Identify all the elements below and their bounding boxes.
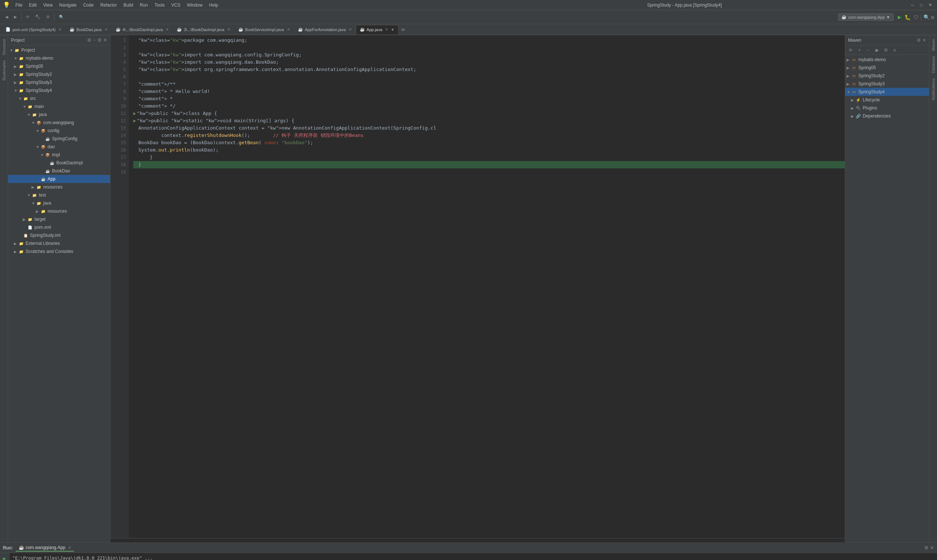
tab-bookdao[interactable]: ☕ BookDao.java ✕ (66, 25, 112, 34)
maven-tree-item[interactable]: ▶mSpringStudy3 (845, 80, 929, 88)
tree-item[interactable]: ▼📁java (8, 111, 110, 118)
close-tab-bookdao[interactable]: ✕ (105, 28, 108, 31)
search-everywhere[interactable]: 🔍 (57, 14, 66, 20)
database-vtab[interactable]: Database (931, 54, 936, 75)
maven-collapse[interactable]: ≡ (891, 46, 899, 54)
bookmarks-tab[interactable]: Bookmarks (1, 58, 7, 83)
menu-run[interactable]: Run (137, 2, 151, 8)
tab-app[interactable]: ☕ App.java ✕ ▼ (356, 25, 399, 34)
project-collapse-icon[interactable]: − (93, 37, 96, 43)
tree-item[interactable]: ▼📦com.wangqiang (8, 118, 110, 127)
tab-bookserviceimpl[interactable]: ☕ BookServiceImpl.java ✕ (234, 25, 294, 34)
rerun-button[interactable]: ▶ (1, 554, 8, 560)
close-tab-bookserviceimpl[interactable]: ✕ (287, 28, 290, 31)
run-close-btn[interactable]: ✕ (930, 545, 934, 551)
maven-tree-item[interactable]: ▶mmybatis-demo (845, 55, 929, 64)
maven-tree-item[interactable]: ▶🔌Plugins (845, 104, 929, 112)
tree-item[interactable]: ☕BookDaoImpl (8, 159, 110, 167)
sync-button[interactable]: ⟳ (24, 14, 31, 20)
run-button[interactable]: ▶ (898, 14, 902, 20)
maven-settings[interactable]: ⚙ (917, 38, 921, 43)
tree-item[interactable]: ▶📁resources (8, 183, 110, 191)
tree-item[interactable]: 📋SpringStudy.iml (8, 231, 110, 239)
menu-build[interactable]: Build (120, 2, 136, 8)
settings-gear[interactable]: ⚙ (931, 14, 934, 20)
tree-item[interactable]: ▶📁SpringStudy3 (8, 78, 110, 86)
maven-refresh[interactable]: ⟳ (846, 46, 855, 54)
close-tab-pom[interactable]: ✕ (58, 28, 62, 31)
tab-appforannotation[interactable]: ☕ AppForAnnotation.java ✕ (294, 25, 356, 34)
code-editor[interactable]: "kw">class="kw">package com.wangqiang;"k… (129, 35, 845, 538)
tree-item[interactable]: ☕BookDao (8, 167, 110, 175)
tab-bookdaoimpl4[interactable]: ☕ 4\...\BookDaoImpl.java ✕ (112, 25, 173, 34)
menu-edit[interactable]: Edit (26, 2, 40, 8)
build-button[interactable]: 🔨 (33, 14, 43, 20)
run-settings-btn[interactable]: ⚙ (924, 545, 929, 551)
tab-bookdaoimpl3[interactable]: ☕ 3\...\BookDaoImpl.java ✕ (173, 25, 234, 34)
menu-help[interactable]: Help (206, 2, 221, 8)
tree-item[interactable]: ▼📁test (8, 191, 110, 199)
search-button[interactable]: 🔍 (923, 14, 930, 20)
maven-run[interactable]: ▶ (873, 46, 881, 54)
menu-window[interactable]: Window (184, 2, 206, 8)
maximize-button[interactable]: □ (917, 2, 925, 8)
menu-view[interactable]: View (40, 2, 55, 8)
minimize-button[interactable]: ─ (908, 2, 917, 8)
tree-item[interactable]: ▼📦config (8, 127, 110, 135)
tree-item[interactable]: ▶📁target (8, 215, 110, 223)
back-button[interactable]: ◀ (3, 14, 10, 20)
project-close-icon[interactable]: ✕ (103, 37, 107, 43)
tree-item[interactable]: ▶📁External Libraries (8, 239, 110, 248)
tree-item[interactable]: ▶📁SpringStudy2 (8, 70, 110, 78)
tree-item[interactable]: ▼📁mybatis-demo (8, 54, 110, 62)
maven-remove[interactable]: − (864, 46, 872, 54)
project-settings-icon[interactable]: ⚙ (97, 37, 102, 43)
maven-tree-item[interactable]: ▶mSpringStudy2 (845, 72, 929, 80)
horizontal-scrollbar[interactable] (111, 538, 845, 542)
notifications-vtab[interactable]: Notifications (931, 76, 936, 103)
close-tab-appforannotation[interactable]: ✕ (349, 28, 352, 31)
tree-item[interactable]: ▼📦dao (8, 143, 110, 151)
structure-tab[interactable]: Structure (1, 37, 7, 57)
tree-item[interactable]: ▶📁resources (8, 207, 110, 215)
menu-navigate[interactable]: Navigate (56, 2, 79, 8)
close-tab-bookdaoimpl3[interactable]: ✕ (227, 28, 230, 31)
tree-item[interactable]: 📄pom.xml (8, 223, 110, 231)
maven-add[interactable]: + (855, 46, 863, 54)
tree-item[interactable]: ▼📁SpringStudy4 (8, 86, 110, 94)
menu-tools[interactable]: Tools (152, 2, 168, 8)
tree-item[interactable]: ▶📁Scratches and Consoles (8, 248, 110, 255)
tree-item[interactable]: ☕App (8, 175, 110, 183)
tree-item[interactable]: ▼📁src (8, 94, 110, 103)
tree-item[interactable]: ▶📁Spring05 (8, 62, 110, 70)
close-tab-bookdaoimpl4[interactable]: ✕ (166, 28, 169, 31)
tab-pom-xml[interactable]: 📄 pom.xml (SpringStudy4) ✕ (2, 25, 66, 34)
debug-button[interactable]: 🐛 (905, 14, 911, 20)
maven-tree-item[interactable]: ▶⚡Lifecycle (845, 96, 929, 104)
menu-refactor[interactable]: Refactor (97, 2, 120, 8)
menu-file[interactable]: File (12, 2, 25, 8)
run-gutter-icon[interactable]: ▶ (133, 110, 136, 117)
maven-vtab[interactable]: Maven (931, 37, 936, 53)
maven-tree-item[interactable]: ▶mSpring05 (845, 64, 929, 72)
tree-item[interactable]: ▼📁Project (8, 46, 110, 54)
run-configuration[interactable]: ☕ com.wangqiang.App ▼ (838, 14, 894, 20)
tree-item[interactable]: ▼📁main (8, 103, 110, 111)
tree-item[interactable]: ☕SpringConfig (8, 135, 110, 143)
close-run-tab[interactable]: ✕ (68, 546, 71, 550)
tab-overflow-button[interactable]: ≫ (398, 27, 408, 32)
menu-code[interactable]: Code (80, 2, 97, 8)
close-tab-app[interactable]: ✕ (385, 28, 388, 31)
close-button[interactable]: ✕ (926, 2, 934, 8)
settings-button[interactable]: ⚙ (44, 14, 52, 20)
coverage-button[interactable]: 🛡 (914, 14, 919, 20)
maven-close[interactable]: ✕ (922, 38, 926, 43)
maven-tree-item[interactable]: ▶🔗Dependencies (845, 112, 929, 120)
forward-button[interactable]: ▶ (12, 14, 19, 20)
run-tab-active[interactable]: ☕ com.wangqiang.App ✕ (16, 544, 74, 552)
tree-item[interactable]: ▼📁java (8, 199, 110, 207)
project-scope-icon[interactable]: ⚙ (87, 37, 91, 43)
tree-item[interactable]: ▼📦impl (8, 151, 110, 159)
run-gutter-icon[interactable]: ▶ (133, 117, 136, 125)
maven-tree-item[interactable]: ▼mSpringStudy4 (845, 88, 929, 96)
